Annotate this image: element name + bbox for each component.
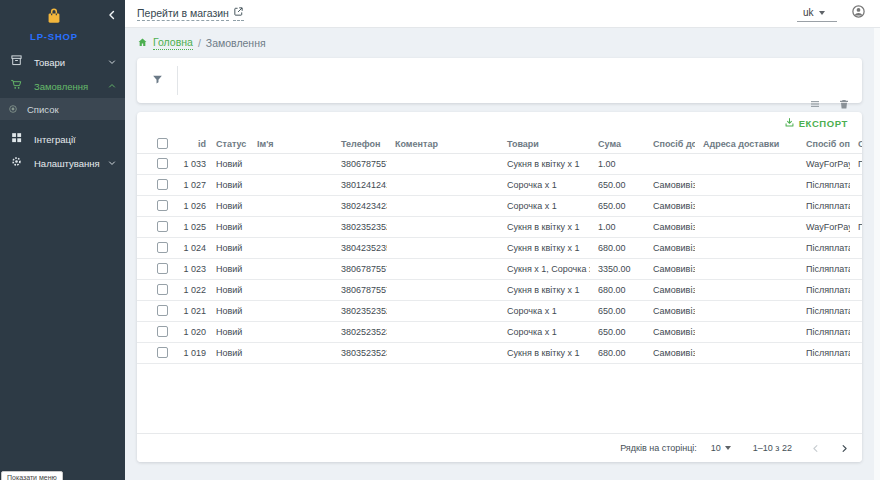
grid-icon bbox=[10, 130, 23, 148]
table-row[interactable]: 1 022 Новий 380678755765 Сукня в квітку … bbox=[137, 279, 862, 300]
page-scrollbar-track[interactable] bbox=[874, 28, 880, 480]
previous-page-icon[interactable] bbox=[810, 443, 821, 454]
row-checkbox[interactable] bbox=[157, 263, 168, 274]
cell-status: Новий bbox=[208, 153, 249, 174]
logo[interactable]: LP-SHOP bbox=[0, 6, 108, 42]
external-link-icon bbox=[233, 6, 244, 21]
column-header-sum[interactable]: Сума bbox=[590, 135, 645, 153]
table-row[interactable]: 1 023 Новий 380678755722 Сукня x 1, Соро… bbox=[137, 258, 862, 279]
cell-payment-method: Післяплата bbox=[798, 195, 850, 216]
sidebar-item-label: Інтеграції bbox=[34, 134, 117, 145]
cell-status: Новий bbox=[208, 258, 249, 279]
table-row[interactable]: 1 019 Новий 380352352353 Сукня в квітку … bbox=[137, 342, 862, 363]
column-header-payment-method[interactable]: Спосіб оп... bbox=[798, 135, 850, 153]
store-link-label: Перейти в магазин bbox=[137, 7, 229, 21]
column-header-phone[interactable]: Телефон bbox=[333, 135, 387, 153]
cell-payment-status bbox=[850, 279, 862, 300]
cell-phone: 380124124124 bbox=[333, 174, 387, 195]
breadcrumb-home-link[interactable]: Головна bbox=[153, 36, 193, 50]
cell-payment-status: П bbox=[850, 216, 862, 237]
row-checkbox[interactable] bbox=[157, 284, 168, 295]
table-row[interactable]: 1 024 Новий 380423523523 Сукня в квітку … bbox=[137, 237, 862, 258]
table-actions-row bbox=[137, 96, 862, 112]
cell-id: 1 020 bbox=[177, 321, 208, 342]
cell-status: Новий bbox=[208, 174, 249, 195]
table-row[interactable]: 1 027 Новий 380124124124 Сорочка x 1 650… bbox=[137, 174, 862, 195]
shopping-cart-icon bbox=[10, 77, 23, 95]
sidebar-item-label: Товари bbox=[34, 57, 107, 68]
caret-down-icon bbox=[819, 11, 825, 15]
column-header-id[interactable]: id bbox=[177, 135, 208, 153]
column-header-name[interactable]: Ім'я bbox=[249, 135, 333, 153]
cell-name bbox=[249, 258, 333, 279]
cell-products: Сукня в квітку x 1 bbox=[499, 237, 590, 258]
cell-products: Сукня в квітку x 1 bbox=[499, 216, 590, 237]
caret-down-icon bbox=[725, 446, 731, 450]
sidebar-logo-row: LP-SHOP bbox=[0, 0, 125, 48]
cell-id: 1 033 bbox=[177, 153, 208, 174]
row-checkbox[interactable] bbox=[157, 242, 168, 253]
go-to-store-link[interactable]: Перейти в магазин bbox=[137, 6, 244, 21]
cell-id: 1 024 bbox=[177, 237, 208, 258]
row-checkbox[interactable] bbox=[157, 221, 168, 232]
cell-products: Сукня в квітку x 1 bbox=[499, 279, 590, 300]
sidebar-item-products[interactable]: Товари bbox=[0, 50, 125, 74]
cell-name bbox=[249, 300, 333, 321]
language-value: uk bbox=[803, 7, 814, 18]
language-select[interactable]: uk bbox=[797, 5, 837, 22]
view-list-icon[interactable] bbox=[809, 98, 821, 110]
rows-per-page-select[interactable]: 10 bbox=[711, 443, 731, 453]
collapse-sidebar-icon[interactable] bbox=[105, 8, 119, 26]
cell-phone: 380678755765 bbox=[333, 279, 387, 300]
cell-payment-status bbox=[850, 342, 862, 363]
column-header-delivery-address[interactable]: Адреса доставки bbox=[695, 135, 798, 153]
table-row[interactable]: 1 025 Новий 380235235235 Сукня в квітку … bbox=[137, 216, 862, 237]
column-header-comment[interactable]: Коментар bbox=[387, 135, 499, 153]
sidebar-item-orders[interactable]: Замовлення bbox=[0, 74, 125, 98]
table-row[interactable]: 1 033 Новий 380678755765 Сукня в квітку … bbox=[137, 153, 862, 174]
column-header-delivery-method[interactable]: Спосіб до... bbox=[645, 135, 695, 153]
row-checkbox[interactable] bbox=[157, 305, 168, 316]
cell-payment-status: П bbox=[850, 153, 862, 174]
export-button[interactable]: ЕКСПОРТ bbox=[780, 115, 852, 132]
cell-delivery-address bbox=[695, 321, 798, 342]
column-header-payment-status[interactable]: С bbox=[850, 135, 862, 153]
row-checkbox[interactable] bbox=[157, 200, 168, 211]
breadcrumb-current: Замовлення bbox=[206, 37, 266, 49]
column-header-status[interactable]: Статус bbox=[208, 135, 249, 153]
sidebar-item-integrations[interactable]: Інтеграції bbox=[0, 127, 125, 151]
row-checkbox[interactable] bbox=[157, 326, 168, 337]
column-header-products[interactable]: Товари bbox=[499, 135, 590, 153]
cell-delivery-address bbox=[695, 279, 798, 300]
cell-sum: 680.00 bbox=[590, 237, 645, 258]
cell-phone: 380242342342 bbox=[333, 195, 387, 216]
sidebar-subitem-list[interactable]: Список bbox=[0, 98, 125, 120]
cell-payment-status bbox=[850, 258, 862, 279]
table-row[interactable]: 1 021 Новий 380235235235 Сорочка x 1 650… bbox=[137, 300, 862, 321]
cell-status: Новий bbox=[208, 342, 249, 363]
cell-comment bbox=[387, 174, 499, 195]
row-checkbox[interactable] bbox=[157, 347, 168, 358]
cell-delivery-method: Самовивіз bbox=[645, 300, 695, 321]
sidebar-item-label: Налаштування bbox=[34, 158, 107, 169]
cell-delivery-method: Самовивіз bbox=[645, 237, 695, 258]
cell-sum: 1.00 bbox=[590, 216, 645, 237]
account-button[interactable] bbox=[851, 4, 866, 23]
cell-products: Сукня в квітку x 1 bbox=[499, 342, 590, 363]
cell-products: Сорочка x 1 bbox=[499, 174, 590, 195]
sidebar-item-settings[interactable]: Налаштування bbox=[0, 151, 125, 175]
table-row[interactable]: 1 026 Новий 380242342342 Сорочка x 1 650… bbox=[137, 195, 862, 216]
table-row[interactable]: 1 020 Новий 380252352352 Сорочка x 1 650… bbox=[137, 321, 862, 342]
row-checkbox[interactable] bbox=[157, 158, 168, 169]
trash-icon[interactable] bbox=[838, 98, 850, 110]
cell-comment bbox=[387, 342, 499, 363]
row-checkbox[interactable] bbox=[157, 179, 168, 190]
select-all-checkbox[interactable] bbox=[157, 138, 168, 149]
table-body: 1 033 Новий 380678755765 Сукня в квітку … bbox=[137, 153, 862, 363]
orders-table-card: ЕКСПОРТ id Статус Ім'я Телефон Коментар … bbox=[137, 112, 862, 462]
breadcrumb-separator: / bbox=[198, 37, 201, 49]
next-page-icon[interactable] bbox=[839, 443, 850, 454]
filter-button[interactable] bbox=[137, 72, 177, 90]
cell-name bbox=[249, 321, 333, 342]
cell-products: Сукня в квітку x 1 bbox=[499, 153, 590, 174]
